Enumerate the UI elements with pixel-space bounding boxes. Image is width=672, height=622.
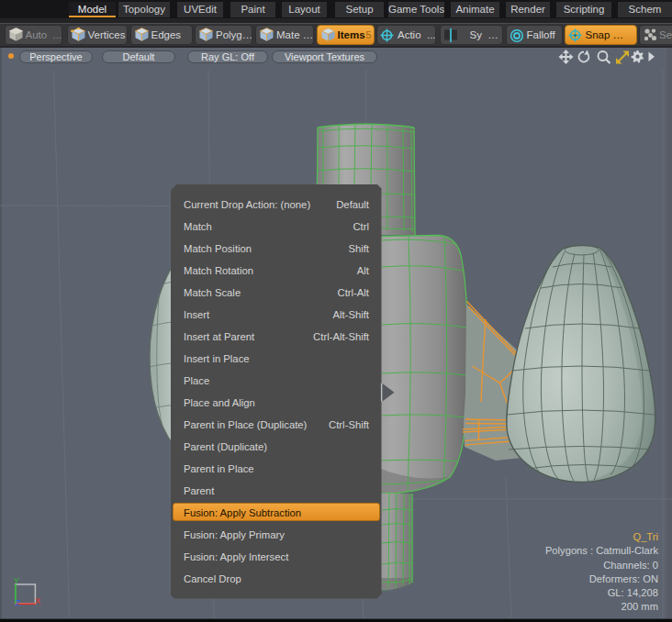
- svg-text:X: X: [35, 595, 41, 605]
- svg-text:Y: Y: [14, 575, 20, 585]
- svg-text:Z: Z: [16, 597, 21, 607]
